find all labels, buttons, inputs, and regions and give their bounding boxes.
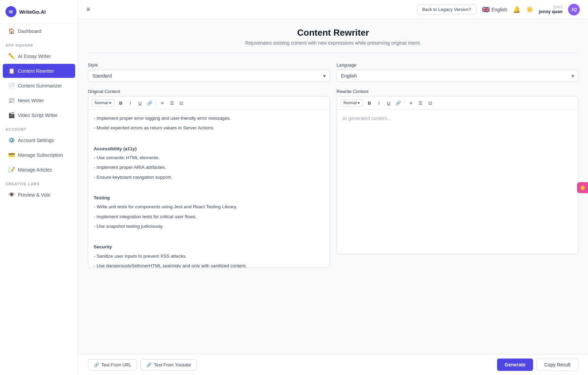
link-button-rewrite[interactable]: 🔗 [394, 98, 403, 107]
floating-badge[interactable]: ⭐ [577, 182, 588, 193]
sidebar-item-preview-vote[interactable]: 👁️ Preview & Vote [3, 188, 75, 202]
app-square-label: APP SQUARE [0, 38, 78, 49]
text-from-youtube-button[interactable]: 🔗 Text From Youtube [140, 359, 197, 371]
manage-subscription-icon: 💳 [8, 152, 14, 158]
ordered-list-button-original[interactable]: ≡ [158, 98, 167, 107]
content-summarizer-icon: 📄 [8, 82, 14, 89]
align-button-original[interactable]: ⊡ [177, 98, 186, 107]
user-info: [User] jonny quan [539, 5, 563, 14]
ai-placeholder: AI generated content... [343, 115, 573, 122]
underline-button-original[interactable]: U [136, 98, 145, 107]
format-label: Normal [95, 101, 108, 105]
sidebar-item-label: Dashboard [18, 28, 42, 34]
user-role: [User] [539, 5, 563, 9]
format-select-rewrite[interactable]: Normal ▾ [341, 99, 363, 107]
rewrite-editor-toolbar: Normal ▾ B I U 🔗 ≡ ☰ ⊡ [337, 96, 578, 110]
logo-icon: W [5, 6, 16, 17]
ordered-list-button-rewrite[interactable]: ≡ [406, 98, 415, 107]
account-label: ACCOUNT [0, 122, 78, 133]
align-button-rewrite[interactable]: ⊡ [426, 98, 435, 107]
sidebar-item-label: Account Settings [18, 138, 54, 143]
language-select-wrapper: English Spanish French German [337, 70, 579, 82]
notification-icon[interactable]: 🔔 [513, 6, 520, 13]
sidebar-item-video-script-writer[interactable]: 🎬 Video Script Writer [3, 108, 75, 122]
sidebar-item-content-rewriter[interactable]: 📋 Content Rewriter [3, 64, 75, 78]
rewrite-content-editor[interactable]: AI generated content... [337, 110, 578, 254]
copy-result-button[interactable]: Copy Result [537, 359, 578, 371]
unordered-list-button-rewrite[interactable]: ☰ [416, 98, 425, 107]
sidebar-item-dashboard[interactable]: 🏠 Dashboard [3, 24, 75, 38]
rewrite-editor-container: Normal ▾ B I U 🔗 ≡ ☰ ⊡ AI generated cont… [337, 96, 579, 254]
sidebar: W WriteGo.AI 🏠 Dashboard APP SQUARE ✏️ A… [0, 0, 78, 375]
text-from-url-button[interactable]: 🔗 Text From URL [88, 359, 137, 371]
editors-row: Original Content Normal ▾ B I U 🔗 ≡ ☰ [88, 89, 578, 268]
user-name: jonny quan [539, 9, 563, 14]
sidebar-item-label: Manage Subscription [18, 152, 63, 158]
badge-icon: ⭐ [580, 185, 586, 190]
logo: W WriteGo.AI [0, 0, 78, 24]
style-label: Style [88, 62, 330, 68]
sidebar-item-manage-subscription[interactable]: 💳 Manage Subscription [3, 148, 75, 162]
sidebar-item-ai-essay-writer[interactable]: ✏️ AI Essay Writer [3, 49, 75, 63]
italic-button-original[interactable]: I [126, 98, 135, 107]
chevron-down-icon: ▾ [109, 101, 111, 105]
format-label: Normal [344, 101, 357, 105]
bold-button-rewrite[interactable]: B [365, 98, 374, 107]
legacy-version-button[interactable]: Back to Legacy Version? [417, 4, 476, 14]
chevron-down-icon: ▾ [358, 101, 360, 105]
text-from-youtube-label: Text From Youtube [154, 362, 191, 367]
language-label: English [492, 7, 507, 12]
sidebar-item-label: News Writer [18, 98, 44, 103]
link-button-original[interactable]: 🔗 [145, 98, 154, 107]
language-control: Language English Spanish French German [337, 62, 579, 82]
page-header: Content Rewriter Rejuvenates existing co… [88, 27, 578, 53]
sidebar-item-label: Content Rewriter [18, 68, 54, 74]
header-right: Back to Legacy Version? 🇬🇧 English 🔔 ☀️ … [417, 4, 580, 15]
theme-icon[interactable]: ☀️ [526, 6, 533, 13]
header: ≡ Back to Legacy Version? 🇬🇧 English 🔔 ☀… [78, 0, 588, 19]
language-select[interactable]: English Spanish French German [337, 70, 579, 82]
rewrite-content-label: Rewrite Content [337, 89, 579, 94]
original-content-label: Original Content [88, 89, 330, 94]
bottom-right: Generate Copy Result [497, 359, 578, 371]
italic-button-rewrite[interactable]: I [374, 98, 383, 107]
sidebar-item-content-summarizer[interactable]: 📄 Content Summarizer [3, 79, 75, 93]
creative-labs-label: CREATIVE LABS [0, 177, 78, 187]
rewrite-content-panel: Rewrite Content Normal ▾ B I U 🔗 ≡ ☰ [337, 89, 579, 268]
underline-button-rewrite[interactable]: U [384, 98, 393, 107]
preview-vote-icon: 👁️ [8, 191, 14, 198]
hamburger-icon[interactable]: ≡ [87, 6, 90, 13]
format-select-original[interactable]: Normal ▾ [92, 99, 114, 107]
style-select-wrapper: Standard Formal Casual Creative [88, 70, 330, 82]
header-left: ≡ [87, 6, 90, 13]
logo-text: WriteGo.AI [19, 9, 46, 15]
sidebar-item-label: Preview & Vote [18, 192, 50, 198]
divider [404, 100, 405, 106]
unordered-list-button-original[interactable]: ☰ [168, 98, 176, 107]
user-avatar[interactable]: JQ [568, 4, 580, 15]
style-control: Style Standard Formal Casual Creative [88, 62, 330, 82]
bottom-left: 🔗 Text From URL 🔗 Text From Youtube [88, 359, 197, 371]
link-icon: 🔗 [94, 362, 99, 367]
original-editor-toolbar: Normal ▾ B I U 🔗 ≡ ☰ ⊡ [88, 96, 330, 110]
generate-button[interactable]: Generate [497, 359, 533, 371]
sidebar-item-label: AI Essay Writer [18, 54, 51, 59]
language-selector[interactable]: 🇬🇧 English [482, 6, 507, 13]
content-area: Content Rewriter Rejuvenates existing co… [78, 19, 588, 354]
original-content-editor[interactable]: - Implement proper error logging and use… [88, 110, 330, 268]
sidebar-item-news-writer[interactable]: 📰 News Writer [3, 93, 75, 107]
bold-button-original[interactable]: B [116, 98, 125, 107]
original-editor-container: Normal ▾ B I U 🔗 ≡ ☰ ⊡ - Implement prope… [88, 96, 330, 268]
main-area: ≡ Back to Legacy Version? 🇬🇧 English 🔔 ☀… [78, 0, 588, 375]
page-subtitle: Rejuvenates existing content with new ex… [88, 40, 578, 46]
sidebar-item-account-settings[interactable]: ⚙️ Account Settings [3, 133, 75, 147]
sidebar-item-manage-articles[interactable]: 📝 Manage Articles [3, 163, 75, 177]
youtube-icon: 🔗 [146, 362, 152, 367]
sidebar-item-label: Content Summarizer [18, 83, 62, 89]
bottom-bar: 🔗 Text From URL 🔗 Text From Youtube Gene… [78, 354, 588, 375]
controls-row: Style Standard Formal Casual Creative La… [88, 62, 578, 82]
sidebar-item-label: Video Script Writer [18, 113, 58, 118]
style-select[interactable]: Standard Formal Casual Creative [88, 70, 330, 82]
content-rewriter-icon: 📋 [8, 68, 14, 74]
language-label-ctrl: Language [337, 62, 579, 68]
